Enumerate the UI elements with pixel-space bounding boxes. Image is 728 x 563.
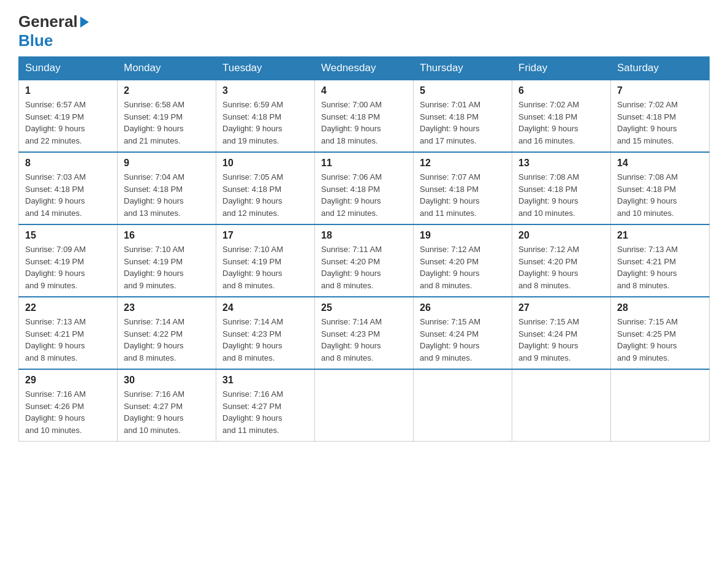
calendar-cell: 31 Sunrise: 7:16 AM Sunset: 4:27 PM Dayl… bbox=[216, 369, 315, 442]
day-info: Sunrise: 7:00 AM Sunset: 4:18 PM Dayligh… bbox=[321, 99, 407, 147]
weekday-header-tuesday: Tuesday bbox=[216, 57, 315, 80]
day-number: 17 bbox=[222, 230, 308, 241]
calendar-week-3: 15 Sunrise: 7:09 AM Sunset: 4:19 PM Dayl… bbox=[19, 224, 710, 297]
day-number: 31 bbox=[222, 375, 308, 386]
day-number: 26 bbox=[420, 302, 506, 313]
calendar-cell: 10 Sunrise: 7:05 AM Sunset: 4:18 PM Dayl… bbox=[216, 152, 315, 224]
weekday-header-sunday: Sunday bbox=[19, 57, 118, 80]
day-info: Sunrise: 7:06 AM Sunset: 4:18 PM Dayligh… bbox=[321, 171, 407, 219]
day-number: 10 bbox=[222, 158, 308, 169]
day-info: Sunrise: 7:15 AM Sunset: 4:24 PM Dayligh… bbox=[420, 316, 506, 364]
day-number: 22 bbox=[25, 302, 111, 313]
day-number: 15 bbox=[25, 230, 111, 241]
logo: General Blue bbox=[18, 12, 89, 50]
day-number: 13 bbox=[518, 158, 604, 169]
calendar-cell: 27 Sunrise: 7:15 AM Sunset: 4:24 PM Dayl… bbox=[512, 297, 611, 369]
day-number: 1 bbox=[25, 85, 111, 96]
day-info: Sunrise: 7:16 AM Sunset: 4:26 PM Dayligh… bbox=[25, 388, 111, 436]
day-info: Sunrise: 7:14 AM Sunset: 4:23 PM Dayligh… bbox=[222, 316, 308, 364]
calendar-cell: 4 Sunrise: 7:00 AM Sunset: 4:18 PM Dayli… bbox=[315, 80, 414, 152]
day-number: 16 bbox=[124, 230, 210, 241]
day-number: 28 bbox=[617, 302, 703, 313]
day-number: 29 bbox=[25, 375, 111, 386]
calendar-week-5: 29 Sunrise: 7:16 AM Sunset: 4:26 PM Dayl… bbox=[19, 369, 710, 442]
day-info: Sunrise: 7:14 AM Sunset: 4:22 PM Dayligh… bbox=[124, 316, 210, 364]
day-info: Sunrise: 7:12 AM Sunset: 4:20 PM Dayligh… bbox=[420, 243, 506, 291]
calendar-week-1: 1 Sunrise: 6:57 AM Sunset: 4:19 PM Dayli… bbox=[19, 80, 710, 152]
day-info: Sunrise: 7:10 AM Sunset: 4:19 PM Dayligh… bbox=[124, 243, 210, 291]
day-number: 20 bbox=[518, 230, 604, 241]
day-info: Sunrise: 7:08 AM Sunset: 4:18 PM Dayligh… bbox=[518, 171, 604, 219]
calendar-table: SundayMondayTuesdayWednesdayThursdayFrid… bbox=[18, 56, 710, 442]
calendar-cell: 21 Sunrise: 7:13 AM Sunset: 4:21 PM Dayl… bbox=[611, 224, 710, 297]
day-info: Sunrise: 7:11 AM Sunset: 4:20 PM Dayligh… bbox=[321, 243, 407, 291]
calendar-cell bbox=[315, 369, 414, 442]
calendar-cell: 2 Sunrise: 6:58 AM Sunset: 4:19 PM Dayli… bbox=[118, 80, 216, 152]
day-number: 3 bbox=[222, 85, 308, 96]
calendar-cell: 3 Sunrise: 6:59 AM Sunset: 4:18 PM Dayli… bbox=[216, 80, 315, 152]
weekday-header-friday: Friday bbox=[512, 57, 611, 80]
day-number: 5 bbox=[420, 85, 506, 96]
day-info: Sunrise: 7:10 AM Sunset: 4:19 PM Dayligh… bbox=[222, 243, 308, 291]
calendar-week-2: 8 Sunrise: 7:03 AM Sunset: 4:18 PM Dayli… bbox=[19, 152, 710, 224]
weekday-header-wednesday: Wednesday bbox=[315, 57, 414, 80]
calendar-cell: 23 Sunrise: 7:14 AM Sunset: 4:22 PM Dayl… bbox=[118, 297, 216, 369]
weekday-header-saturday: Saturday bbox=[611, 57, 710, 80]
day-info: Sunrise: 7:09 AM Sunset: 4:19 PM Dayligh… bbox=[25, 243, 111, 291]
calendar-cell: 20 Sunrise: 7:12 AM Sunset: 4:20 PM Dayl… bbox=[512, 224, 611, 297]
day-info: Sunrise: 7:12 AM Sunset: 4:20 PM Dayligh… bbox=[518, 243, 604, 291]
calendar-cell: 11 Sunrise: 7:06 AM Sunset: 4:18 PM Dayl… bbox=[315, 152, 414, 224]
calendar-cell: 26 Sunrise: 7:15 AM Sunset: 4:24 PM Dayl… bbox=[414, 297, 512, 369]
day-number: 12 bbox=[420, 158, 506, 169]
day-number: 19 bbox=[420, 230, 506, 241]
calendar-cell: 12 Sunrise: 7:07 AM Sunset: 4:18 PM Dayl… bbox=[414, 152, 512, 224]
day-info: Sunrise: 7:05 AM Sunset: 4:18 PM Dayligh… bbox=[222, 171, 308, 219]
calendar-cell: 19 Sunrise: 7:12 AM Sunset: 4:20 PM Dayl… bbox=[414, 224, 512, 297]
day-info: Sunrise: 7:16 AM Sunset: 4:27 PM Dayligh… bbox=[222, 388, 308, 436]
weekday-header-monday: Monday bbox=[118, 57, 216, 80]
day-number: 7 bbox=[617, 85, 703, 96]
calendar-header-row: SundayMondayTuesdayWednesdayThursdayFrid… bbox=[19, 57, 710, 80]
weekday-header-thursday: Thursday bbox=[414, 57, 512, 80]
day-info: Sunrise: 7:13 AM Sunset: 4:21 PM Dayligh… bbox=[617, 243, 703, 291]
day-number: 24 bbox=[222, 302, 308, 313]
day-info: Sunrise: 7:13 AM Sunset: 4:21 PM Dayligh… bbox=[25, 316, 111, 364]
calendar-cell: 5 Sunrise: 7:01 AM Sunset: 4:18 PM Dayli… bbox=[414, 80, 512, 152]
day-number: 14 bbox=[617, 158, 703, 169]
day-info: Sunrise: 7:07 AM Sunset: 4:18 PM Dayligh… bbox=[420, 171, 506, 219]
day-info: Sunrise: 7:15 AM Sunset: 4:24 PM Dayligh… bbox=[518, 316, 604, 364]
calendar-cell: 8 Sunrise: 7:03 AM Sunset: 4:18 PM Dayli… bbox=[19, 152, 118, 224]
day-info: Sunrise: 7:08 AM Sunset: 4:18 PM Dayligh… bbox=[617, 171, 703, 219]
day-number: 21 bbox=[617, 230, 703, 241]
calendar-cell: 6 Sunrise: 7:02 AM Sunset: 4:18 PM Dayli… bbox=[512, 80, 611, 152]
day-info: Sunrise: 7:01 AM Sunset: 4:18 PM Dayligh… bbox=[420, 99, 506, 147]
day-number: 30 bbox=[124, 375, 210, 386]
day-info: Sunrise: 7:02 AM Sunset: 4:18 PM Dayligh… bbox=[617, 99, 703, 147]
logo-blue-text: Blue bbox=[18, 31, 53, 50]
day-number: 18 bbox=[321, 230, 407, 241]
calendar-cell: 13 Sunrise: 7:08 AM Sunset: 4:18 PM Dayl… bbox=[512, 152, 611, 224]
calendar-week-4: 22 Sunrise: 7:13 AM Sunset: 4:21 PM Dayl… bbox=[19, 297, 710, 369]
calendar-cell: 25 Sunrise: 7:14 AM Sunset: 4:23 PM Dayl… bbox=[315, 297, 414, 369]
day-number: 25 bbox=[321, 302, 407, 313]
day-number: 2 bbox=[124, 85, 210, 96]
day-info: Sunrise: 7:03 AM Sunset: 4:18 PM Dayligh… bbox=[25, 171, 111, 219]
day-number: 8 bbox=[25, 158, 111, 169]
calendar-cell bbox=[512, 369, 611, 442]
day-number: 9 bbox=[124, 158, 210, 169]
day-info: Sunrise: 7:04 AM Sunset: 4:18 PM Dayligh… bbox=[124, 171, 210, 219]
day-number: 23 bbox=[124, 302, 210, 313]
page-header: General Blue bbox=[18, 12, 710, 50]
day-number: 27 bbox=[518, 302, 604, 313]
calendar-cell: 30 Sunrise: 7:16 AM Sunset: 4:27 PM Dayl… bbox=[118, 369, 216, 442]
day-info: Sunrise: 7:16 AM Sunset: 4:27 PM Dayligh… bbox=[124, 388, 210, 436]
calendar-cell bbox=[611, 369, 710, 442]
day-info: Sunrise: 7:14 AM Sunset: 4:23 PM Dayligh… bbox=[321, 316, 407, 364]
calendar-cell: 22 Sunrise: 7:13 AM Sunset: 4:21 PM Dayl… bbox=[19, 297, 118, 369]
day-info: Sunrise: 6:57 AM Sunset: 4:19 PM Dayligh… bbox=[25, 99, 111, 147]
day-info: Sunrise: 6:59 AM Sunset: 4:18 PM Dayligh… bbox=[222, 99, 308, 147]
calendar-cell: 24 Sunrise: 7:14 AM Sunset: 4:23 PM Dayl… bbox=[216, 297, 315, 369]
calendar-cell: 28 Sunrise: 7:15 AM Sunset: 4:25 PM Dayl… bbox=[611, 297, 710, 369]
day-info: Sunrise: 7:15 AM Sunset: 4:25 PM Dayligh… bbox=[617, 316, 703, 364]
calendar-cell: 7 Sunrise: 7:02 AM Sunset: 4:18 PM Dayli… bbox=[611, 80, 710, 152]
